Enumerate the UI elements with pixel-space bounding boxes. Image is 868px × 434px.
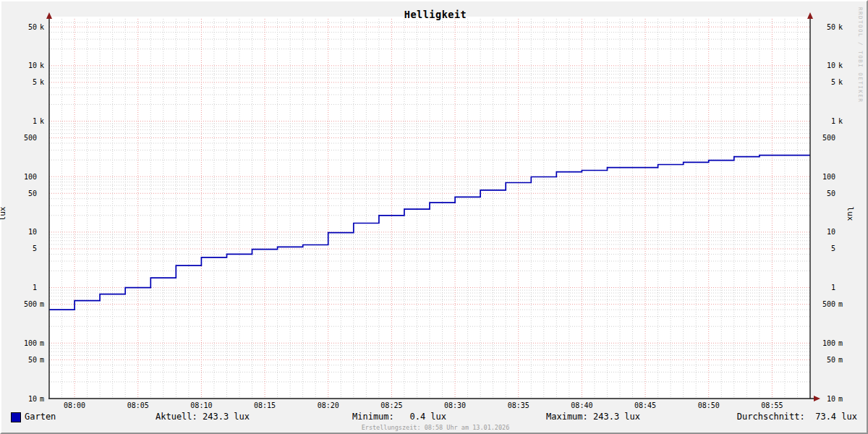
y-tick-label: 5k — [5, 78, 50, 86]
y-tick-number: 50 — [816, 190, 835, 197]
y-tick-number: 1 — [5, 117, 37, 125]
y-tick-suffix — [835, 228, 848, 236]
y-tick-label: 50 — [5, 190, 50, 197]
y-tick-label: 100m — [5, 339, 50, 347]
y-tick-label: 50m — [5, 356, 50, 364]
y-tick-suffix — [835, 244, 848, 252]
stat-minimum: Minimum: 0.4 lux — [352, 412, 446, 422]
y-tick-suffix: m — [37, 339, 50, 347]
y-tick-suffix — [37, 284, 50, 292]
x-tick-label: 08:35 — [508, 401, 529, 409]
x-tick-label: 08:40 — [571, 401, 592, 409]
y-tick-suffix: m — [835, 339, 848, 347]
stat-maximum: Maximum: 243.3 lux — [546, 412, 640, 422]
y-tick-suffix: m — [37, 395, 50, 403]
y-tick-suffix: k — [835, 78, 848, 86]
y-tick-number: 1 — [5, 284, 37, 292]
y-tick-label: 10 — [816, 228, 848, 236]
y-tick-label: 50k — [816, 23, 848, 31]
y-tick-suffix: m — [835, 395, 848, 403]
y-tick-suffix — [37, 228, 50, 236]
y-tick-number: 10 — [5, 395, 37, 403]
y-tick-number: 10 — [816, 228, 835, 236]
y-axis-label-left: lux — [0, 207, 7, 221]
y-tick-label: 50k — [5, 23, 50, 31]
y-tick-label: 50 — [816, 190, 848, 197]
y-tick-number: 5 — [816, 244, 835, 252]
y-tick-label: 100m — [816, 339, 848, 347]
y-tick-label: 1k — [816, 117, 848, 125]
x-tick-label: 08:25 — [380, 401, 402, 409]
y-tick-suffix — [835, 190, 848, 197]
stat-durchschnitt: Durchschnitt: 73.4 lux — [737, 412, 857, 422]
y-tick-suffix — [37, 244, 50, 252]
x-tick-label: 08:05 — [127, 401, 149, 409]
y-tick-number: 5 — [5, 78, 37, 86]
y-tick-label: 1 — [816, 284, 848, 292]
y-tick-number: 100 — [816, 339, 835, 347]
y-tick-suffix — [835, 284, 848, 292]
x-tick-label: 08:45 — [634, 401, 656, 409]
stat-aktuell: Aktuell: 243.3 lux — [156, 412, 250, 422]
y-tick-suffix — [37, 173, 50, 181]
x-tick-label: 08:30 — [444, 401, 466, 409]
y-tick-number: 50 — [5, 190, 37, 197]
y-tick-suffix: k — [37, 61, 50, 69]
y-tick-number: 50 — [816, 23, 835, 31]
y-tick-suffix — [37, 190, 50, 197]
y-tick-label: 10m — [5, 395, 50, 403]
y-tick-suffix — [835, 134, 848, 142]
y-tick-label: 10k — [5, 61, 50, 69]
y-tick-suffix: k — [835, 117, 848, 125]
y-tick-suffix: k — [37, 23, 50, 31]
y-tick-label: 5 — [816, 244, 848, 252]
series-name-label: Garten — [25, 412, 56, 422]
y-tick-label: 500m — [816, 300, 848, 308]
y-tick-label: 1 — [5, 284, 50, 292]
chart-title: Helligkeit — [1, 9, 868, 20]
y-tick-suffix: k — [37, 78, 50, 86]
y-tick-number: 1 — [816, 117, 835, 125]
y-tick-number: 50 — [5, 356, 37, 364]
y-tick-label: 10m — [816, 395, 848, 403]
y-axis-label-right: lux — [846, 207, 855, 221]
y-tick-label: 100 — [816, 173, 848, 181]
y-tick-number: 5 — [816, 78, 835, 86]
y-tick-label: 50m — [816, 356, 848, 364]
x-tick-label: 08:20 — [318, 401, 339, 409]
rrdtool-graph-image: Helligkeit lux lux RRDTOOL / TOBI OETIKE… — [0, 0, 868, 434]
y-tick-number: 100 — [5, 173, 37, 181]
y-tick-label: 10k — [816, 61, 848, 69]
y-tick-label: 500m — [5, 300, 50, 308]
y-tick-number: 500 — [816, 134, 835, 142]
y-tick-number: 100 — [816, 173, 835, 181]
y-tick-number: 10 — [5, 228, 37, 236]
y-tick-label: 10 — [5, 228, 50, 236]
plot-area — [1, 1, 868, 434]
y-tick-suffix: k — [835, 23, 848, 31]
x-tick-label: 08:15 — [254, 401, 276, 409]
y-tick-number: 50 — [816, 356, 835, 364]
y-tick-suffix: m — [37, 356, 50, 364]
x-tick-label: 08:00 — [64, 401, 85, 409]
y-tick-number: 500 — [5, 300, 37, 308]
x-tick-label: 08:55 — [761, 401, 783, 409]
y-tick-label: 1k — [5, 117, 50, 125]
y-tick-suffix — [835, 173, 848, 181]
y-tick-suffix: k — [835, 61, 848, 69]
rrdtool-watermark: RRDTOOL / TOBI OETIKER — [857, 7, 864, 103]
series-color-swatch — [11, 412, 21, 422]
y-tick-number: 10 — [816, 395, 835, 403]
y-tick-suffix: m — [835, 356, 848, 364]
y-tick-label: 100 — [5, 173, 50, 181]
y-tick-label: 500 — [5, 134, 50, 142]
y-tick-label: 500 — [816, 134, 848, 142]
y-tick-number: 5 — [5, 244, 37, 252]
legend-row: Garten Aktuell: 243.3 lux Minimum: 0.4 l… — [1, 412, 868, 423]
y-tick-number: 1 — [816, 284, 835, 292]
y-tick-suffix — [37, 134, 50, 142]
y-tick-suffix: m — [37, 300, 50, 308]
y-tick-number: 10 — [5, 61, 37, 69]
y-tick-number: 500 — [816, 300, 835, 308]
y-tick-suffix: k — [37, 117, 50, 125]
